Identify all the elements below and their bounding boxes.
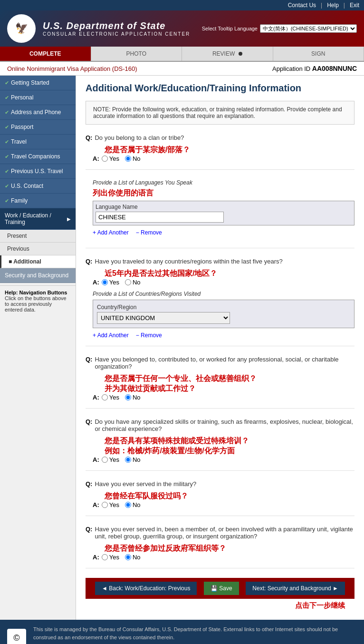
q2-block: Q: Have you traveled to any countries/re… — [86, 258, 354, 346]
q3-block: Q: Have you belonged to, contributed to,… — [86, 356, 354, 409]
tooltip-language-section: Select Tooltip Language 中文(简体）(CHINESE-S… — [202, 24, 357, 33]
remove-country-link[interactable]: − Remove — [136, 332, 162, 339]
q6-no-radio[interactable] — [125, 554, 131, 560]
sidebar-item-travel-companions[interactable]: ✔ Travel Companions — [0, 149, 76, 164]
country-section: Provide a List of Countries/Regions Visi… — [93, 291, 354, 339]
sidebar-label: Address and Phone — [11, 109, 61, 116]
q2-no-radio[interactable] — [125, 279, 131, 285]
contact-link[interactable]: Contact Us — [288, 2, 316, 9]
q3-no-label[interactable]: No — [125, 394, 141, 401]
q2-cn-tooltip: 近5年内是否去过其他国家/地区？ — [105, 269, 217, 279]
q3-text: Have you belonged to, contributed to, or… — [95, 356, 354, 370]
q1-no-label[interactable]: No — [125, 155, 141, 162]
sidebar-item-address[interactable]: ✔ Address and Phone — [0, 105, 76, 120]
app-id-bar: Online Nonimmigrant Visa Application (DS… — [0, 62, 364, 76]
check-icon: ✔ — [5, 183, 9, 189]
q5-no-label[interactable]: No — [125, 501, 141, 508]
check-icon: ✔ — [5, 95, 9, 101]
country-table: Country/Region UNITED KINGDOM CHINA FRAN… — [93, 300, 354, 328]
add-country-link[interactable]: + Add Another — [93, 332, 129, 339]
q5-no-radio[interactable] — [125, 502, 131, 508]
q6-yes-label[interactable]: Yes — [102, 554, 119, 561]
sidebar-sub-previous[interactable]: Previous — [0, 243, 76, 255]
tab-complete[interactable]: COMPLETE — [0, 47, 91, 61]
q1-row: Q: Do you belong to a clan or tribe? — [86, 134, 354, 141]
q4-yes-label[interactable]: Yes — [102, 456, 119, 463]
q5-yes-radio[interactable] — [102, 502, 108, 508]
back-button[interactable]: ◄ Back: Work/Education: Previous — [95, 582, 197, 595]
sidebar-item-getting-started[interactable]: ✔ Getting Started — [0, 76, 76, 90]
help-box: Help: Navigation Buttons Click on the bu… — [0, 285, 76, 316]
footer-logo: © — [7, 629, 26, 644]
sidebar-item-prev-us-travel[interactable]: ✔ Previous U.S. Travel — [0, 164, 76, 179]
save-button[interactable]: 💾 Save — [204, 582, 239, 595]
q1-yes-radio[interactable] — [102, 156, 108, 162]
q2-yes-radio[interactable] — [102, 279, 108, 285]
q4-a-label: A: — [93, 456, 99, 463]
agency-subtitle: CONSULAR ELECTRONIC APPLICATION CENTER — [43, 31, 190, 37]
next-button[interactable]: Next: Security and Background ► — [246, 582, 345, 595]
tooltip-label: Select Tooltip Language — [202, 26, 258, 31]
country-select[interactable]: UNITED KINGDOM CHINA FRANCE GERMANY JAPA… — [97, 312, 230, 324]
expand-arrow-icon: ▶ — [67, 216, 71, 222]
q2-answer-row: A: Yes No — [93, 279, 354, 286]
sidebar-item-travel[interactable]: ✔ Travel — [0, 135, 76, 149]
add-language-link[interactable]: + Add Another — [93, 229, 129, 236]
q2-label: Q: — [86, 258, 92, 265]
q4-answer-row: A: Yes No — [93, 456, 354, 463]
language-link-row: + Add Another − Remove — [93, 229, 354, 236]
exit-link[interactable]: Exit — [350, 2, 359, 9]
q3-answer-row: A: Yes No — [93, 394, 354, 401]
q1-cn-tooltip: 您是否属于某宗族/部落？ — [105, 145, 190, 155]
sidebar-sub-present[interactable]: Present — [0, 230, 76, 243]
sidebar-item-personal[interactable]: ✔ Personal — [0, 90, 76, 105]
q4-yes-radio[interactable] — [102, 457, 108, 463]
check-icon: ✔ — [5, 154, 9, 160]
sidebar-work-section[interactable]: Work / Education / Training ▶ — [0, 208, 76, 230]
sidebar-sub-additional[interactable]: ■ Additional — [0, 255, 76, 268]
q2-yes-label[interactable]: Yes — [102, 279, 119, 286]
q2-text: Have you traveled to any countries/regio… — [95, 258, 282, 265]
q6-no-label[interactable]: No — [125, 554, 141, 561]
sidebar-label: Travel — [11, 138, 27, 145]
q4-cn-tooltip2: 例如：枪械/炸药/核装置/生物/化学方面 — [105, 446, 235, 456]
q4-cn-tooltip: 您是否具有某项特殊技能或受过特殊培训？ — [105, 436, 249, 446]
help-link[interactable]: Help — [327, 2, 339, 9]
sidebar-label: U.S. Contact — [11, 183, 43, 189]
q1-no-radio[interactable] — [125, 156, 131, 162]
check-icon: ✔ — [5, 139, 9, 145]
q3-yes-radio[interactable] — [102, 394, 108, 400]
q3-yes-label[interactable]: Yes — [102, 394, 119, 401]
q4-radio-group: Yes No — [102, 456, 141, 463]
q3-no-radio[interactable] — [125, 394, 131, 400]
sidebar-item-passport[interactable]: ✔ Passport — [0, 120, 76, 135]
sidebar-item-us-contact[interactable]: ✔ U.S. Contact — [0, 179, 76, 194]
bottom-bar: ◄ Back: Work/Education: Previous 💾 Save … — [86, 578, 354, 599]
tab-sign[interactable]: SIGN — [273, 47, 364, 61]
remove-language-link[interactable]: − Remove — [136, 229, 162, 236]
sidebar-work-label: Work / Education / Training — [5, 212, 65, 225]
main-layout: ✔ Getting Started ✔ Personal ✔ Address a… — [0, 76, 364, 620]
q5-yes-label[interactable]: Yes — [102, 501, 119, 508]
tab-photo[interactable]: PHOTO — [91, 47, 182, 61]
tooltip-language-select[interactable]: 中文(简体）(CHINESE-SIMPLIFIED) English — [260, 24, 357, 33]
sidebar-item-family[interactable]: ✔ Family — [0, 194, 76, 208]
header-right: Select Tooltip Language 中文(简体）(CHINESE-S… — [202, 24, 357, 33]
q3-cn-tooltip: 您是否属于任何一个专业、社会或慈善组织？ — [105, 374, 257, 384]
help-title: Help: Navigation Buttons — [5, 290, 67, 295]
check-icon: ✔ — [5, 168, 9, 175]
q1-yes-label[interactable]: Yes — [102, 155, 119, 162]
help-text: Click on the buttons above to access pre… — [5, 295, 67, 312]
language-input[interactable] — [96, 212, 224, 223]
language-table: Language Name — [93, 201, 354, 225]
tab-review[interactable]: REVIEW — [182, 47, 273, 61]
q6-yes-radio[interactable] — [102, 554, 108, 560]
main-content: Additional Work/Education/Training Infor… — [76, 76, 364, 620]
ds160-link[interactable]: Online Nonimmigrant Visa Application (DS… — [7, 65, 137, 72]
q4-no-radio[interactable] — [125, 457, 131, 463]
language-section: Provide a List of Languages You Speak 列出… — [93, 179, 354, 236]
q4-no-label[interactable]: No — [125, 456, 141, 463]
q2-no-label[interactable]: No — [125, 279, 141, 286]
q5-row: Q: Have you ever served in the military? — [86, 480, 354, 488]
check-icon: ✔ — [5, 80, 9, 86]
